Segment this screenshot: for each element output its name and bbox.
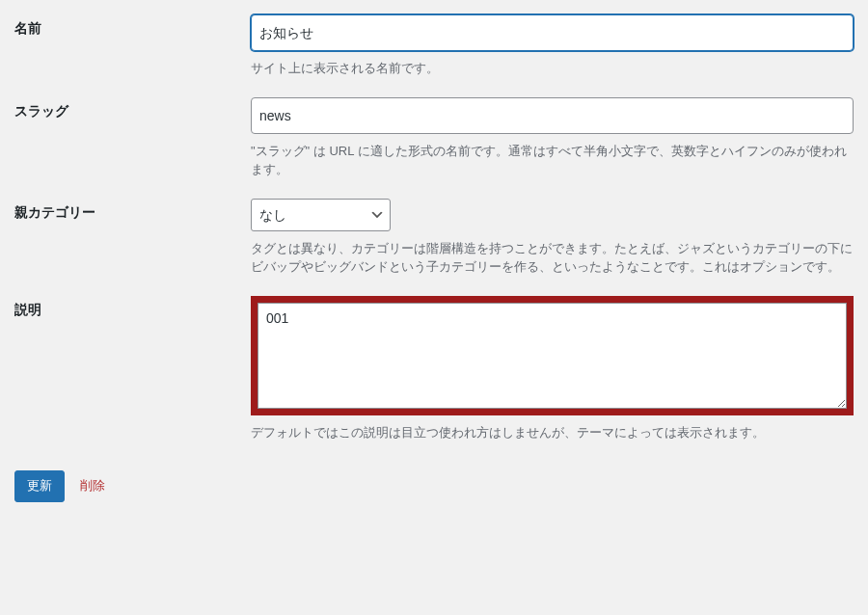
name-input[interactable] bbox=[251, 14, 854, 51]
name-help: サイト上に表示される名前です。 bbox=[251, 59, 854, 78]
form-actions: 更新 削除 bbox=[14, 470, 854, 502]
slug-row: スラッグ "スラッグ" は URL に適した形式の名前です。通常はすべて半角小文… bbox=[14, 97, 854, 179]
name-label: 名前 bbox=[14, 14, 251, 78]
description-field-wrapper: デフォルトではこの説明は目立つ使われ方はしませんが、テーマによっては表示されます… bbox=[251, 296, 854, 442]
parent-label: 親カテゴリー bbox=[14, 199, 251, 277]
parent-select[interactable]: なし bbox=[251, 199, 391, 231]
name-field-wrapper: サイト上に表示される名前です。 bbox=[251, 14, 854, 78]
delete-link[interactable]: 削除 bbox=[80, 477, 105, 495]
description-textarea[interactable] bbox=[258, 303, 847, 409]
slug-field-wrapper: "スラッグ" は URL に適した形式の名前です。通常はすべて半角小文字で、英数… bbox=[251, 97, 854, 179]
update-button[interactable]: 更新 bbox=[14, 470, 65, 502]
parent-row: 親カテゴリー なし タグとは異なり、カテゴリーは階層構造を持つことができます。た… bbox=[14, 199, 854, 277]
description-label: 説明 bbox=[14, 296, 251, 442]
parent-field-wrapper: なし タグとは異なり、カテゴリーは階層構造を持つことができます。たとえば、ジャズ… bbox=[251, 199, 854, 277]
slug-help: "スラッグ" は URL に適した形式の名前です。通常はすべて半角小文字で、英数… bbox=[251, 142, 854, 179]
slug-label: スラッグ bbox=[14, 97, 251, 179]
name-row: 名前 サイト上に表示される名前です。 bbox=[14, 14, 854, 78]
category-edit-form: 名前 サイト上に表示される名前です。 スラッグ "スラッグ" は URL に適し… bbox=[14, 14, 854, 441]
description-help: デフォルトではこの説明は目立つ使われ方はしませんが、テーマによっては表示されます… bbox=[251, 423, 854, 442]
description-row: 説明 デフォルトではこの説明は目立つ使われ方はしませんが、テーマによっては表示さ… bbox=[14, 296, 854, 442]
description-highlight-box bbox=[251, 296, 854, 415]
parent-help: タグとは異なり、カテゴリーは階層構造を持つことができます。たとえば、ジャズという… bbox=[251, 239, 854, 277]
slug-input[interactable] bbox=[251, 97, 854, 134]
